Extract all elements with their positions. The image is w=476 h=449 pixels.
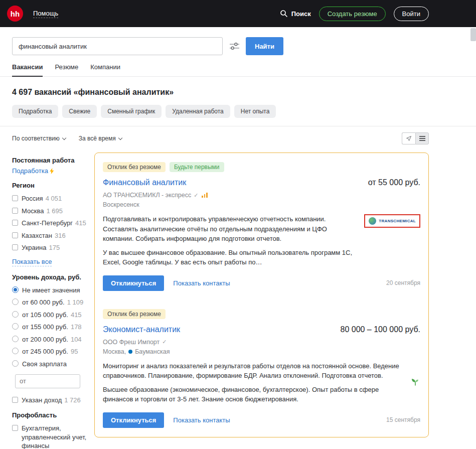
sort-row: По соответствию За всё время: [0, 126, 476, 151]
top-header: hh Помощь Поиск Создать резюме Войти: [0, 0, 476, 27]
view-toggles: [402, 132, 429, 144]
quick-filter-net-opyta[interactable]: Нет опыта: [234, 105, 276, 118]
income-option-any[interactable]: Не имеет значения: [12, 286, 88, 295]
employment-section-title: Постоянная работа: [12, 157, 88, 164]
hh-logo-text: hh: [11, 10, 20, 18]
company-logo-text: TRANSCHEMICAL: [379, 219, 416, 223]
quick-filter-svezhie[interactable]: Свежие: [62, 105, 97, 118]
search-icon: [280, 10, 288, 18]
company-link[interactable]: ООО Фреш Импорт: [103, 339, 160, 346]
podrabotka-link[interactable]: Подработка: [12, 167, 54, 175]
checkbox-icon: [12, 425, 18, 431]
income-option-custom[interactable]: Своя зарплата: [12, 360, 88, 369]
respond-button[interactable]: Откликнуться: [103, 412, 164, 428]
radio-icon: [12, 336, 19, 342]
verified-check-icon: ✓: [194, 192, 198, 199]
income-option-155000[interactable]: от 155 000 руб.178: [12, 323, 88, 332]
filters-sidebar: Постоянная работа Подработка Регион Росс…: [12, 153, 88, 449]
profarea-option-accounting[interactable]: Бухгалтерия, управленческий учет, финанс…: [12, 424, 88, 449]
list-view-button[interactable]: [415, 132, 429, 144]
income-declared-checkbox[interactable]: Указан доход1 726: [12, 396, 88, 405]
chevron-down-icon: [118, 135, 122, 139]
respond-button[interactable]: Откликнуться: [103, 275, 164, 291]
tab-companies[interactable]: Компании: [90, 63, 120, 77]
radio-icon: [12, 360, 19, 367]
search-submit-button[interactable]: Найти: [246, 37, 283, 55]
custom-salary-input[interactable]: [15, 374, 80, 388]
checkbox-icon: [12, 220, 18, 226]
vacancy-card-2: Отклик без резюме Экономист-аналитик 80 …: [95, 300, 428, 437]
quick-filters: Подработка Свежие Сменный график Удаленн…: [12, 105, 429, 118]
search-input[interactable]: [12, 37, 223, 55]
show-contacts-link[interactable]: Показать контакты: [173, 416, 230, 424]
profarea-section-title: Профобласть: [12, 411, 88, 419]
employer-rating-icon: [202, 193, 208, 198]
login-button[interactable]: Войти: [394, 7, 429, 21]
sliders-icon: [230, 42, 239, 50]
section-tabs: Вакансии Резюме Компании: [0, 55, 476, 77]
vacancy-date: 15 сентября: [386, 416, 420, 423]
checkbox-icon: [12, 232, 18, 238]
vacancy-title-link[interactable]: Экономист-аналитик: [103, 325, 180, 334]
sort-by-dropdown[interactable]: По соответствию: [12, 135, 66, 142]
header-search-label: Поиск: [291, 10, 311, 18]
verified-check-icon: ✓: [162, 339, 167, 345]
hh-logo[interactable]: hh: [7, 6, 23, 22]
help-link[interactable]: Помощь: [33, 10, 58, 18]
company-logo[interactable]: TRANSCHEMICAL: [364, 214, 420, 228]
region-option-moscow[interactable]: Москва1 695: [12, 207, 88, 216]
company-logo-icon: [369, 217, 376, 225]
period-dropdown[interactable]: За всё время: [79, 135, 122, 142]
checkbox-icon: [12, 195, 18, 201]
quick-filter-udalennaya[interactable]: Удаленная работа: [166, 105, 230, 118]
region-section-title: Регион: [12, 182, 88, 189]
region-show-all-link[interactable]: Показать все: [12, 258, 52, 266]
radio-icon: [12, 348, 19, 354]
lightning-icon: [50, 168, 54, 174]
vacancy-location: Воскресенск: [103, 201, 420, 208]
period-label: За всё время: [79, 135, 116, 142]
premium-vacancies-group: Отклик без резюме Будьте первыми Финансо…: [94, 153, 429, 437]
income-option-105000[interactable]: от 105 000 руб.415: [12, 311, 88, 320]
vacancy-title-link[interactable]: Финансовый аналитик: [103, 178, 186, 187]
vacancy-salary: от 55 000 руб.: [368, 178, 420, 187]
badge-no-resume: Отклик без резюме: [103, 162, 166, 172]
company-link[interactable]: АО ТРАНСХЕМИКЛ - экспресс: [103, 192, 191, 199]
checkbox-icon: [12, 397, 18, 403]
tab-resumes[interactable]: Резюме: [55, 63, 78, 77]
quick-filter-smenny-grafik[interactable]: Сменный график: [101, 105, 162, 118]
vacancy-description: Мониторинг и анализ показателей и резуль…: [103, 361, 402, 404]
tab-vacancies[interactable]: Вакансии: [12, 63, 43, 77]
map-view-button[interactable]: [402, 132, 415, 144]
region-option-ukraine[interactable]: Украина175: [12, 243, 88, 252]
vacancy-card-1: Отклик без резюме Будьте первыми Финансо…: [95, 153, 428, 300]
metro-line-dot: [128, 350, 132, 354]
region-option-kazakhstan[interactable]: Казахстан316: [12, 231, 88, 240]
quick-filter-podrabotka[interactable]: Подработка: [12, 105, 58, 118]
header-search-button[interactable]: Поиск: [280, 10, 311, 18]
income-option-60000[interactable]: от 60 000 руб.1 109: [12, 298, 88, 307]
scrollbar-thumb[interactable]: [470, 28, 476, 41]
vacancy-description: Подготавливать и контролировать управлен…: [103, 214, 356, 267]
create-resume-button[interactable]: Создать резюме: [319, 7, 386, 21]
radio-icon: [12, 323, 19, 330]
sort-by-label: По соответствию: [12, 135, 60, 142]
region-option-russia[interactable]: Россия4 051: [12, 194, 88, 203]
list-icon: [419, 136, 425, 141]
radio-icon: [12, 286, 19, 293]
vacancy-list: Отклик без резюме Будьте первыми Финансо…: [94, 153, 429, 449]
chevron-down-icon: [62, 135, 66, 139]
income-section-title: Уровень дохода, руб.: [12, 273, 88, 281]
radio-icon: [12, 298, 19, 305]
show-contacts-link[interactable]: Показать контакты: [173, 279, 230, 287]
income-option-200000[interactable]: от 200 000 руб.104: [12, 335, 88, 344]
results-title: 4 697 вакансий «финансовый аналитик»: [12, 88, 429, 97]
search-filters-button[interactable]: [226, 37, 243, 55]
radio-icon: [12, 311, 19, 318]
search-bar: Найти: [0, 27, 476, 55]
header-actions: Поиск Создать резюме Войти: [280, 7, 429, 21]
region-option-spb[interactable]: Санкт-Петербург415: [12, 219, 88, 228]
checkbox-icon: [12, 244, 18, 250]
vacancy-date: 20 сентября: [386, 279, 420, 286]
income-option-245000[interactable]: от 245 000 руб.95: [12, 347, 88, 356]
